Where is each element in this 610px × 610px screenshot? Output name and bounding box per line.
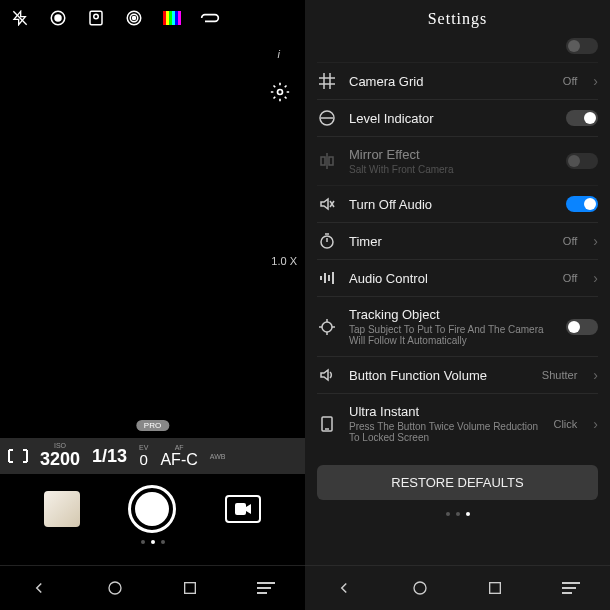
setting-row-button[interactable]: Button Function Volume Shutter › [317,357,598,394]
shutter-button[interactable] [128,485,176,533]
crosshair-icon [317,319,337,335]
restore-defaults-button[interactable]: RESTORE DEFAULTS [317,465,598,500]
mute-icon [317,196,337,212]
setting-row-level[interactable]: Level Indicator [317,100,598,137]
settings-panel: Settings Camera Grid Off › Level Indicat… [305,0,610,610]
pager-dot [161,540,165,544]
af-label: AF [175,444,184,451]
grid-icon [317,73,337,89]
shutter-inner [135,492,169,526]
target-icon[interactable] [48,8,68,28]
timer-value: Off [563,235,577,247]
portrait-icon[interactable] [86,8,106,28]
nav-recent-icon[interactable] [182,580,198,596]
zoom-level[interactable]: 1.0 X [271,255,297,267]
nav-menu-icon[interactable] [257,581,275,595]
pager-dot-active [151,540,155,544]
svg-rect-36 [324,273,326,283]
info-indicator[interactable]: i [278,48,280,60]
svg-rect-11 [172,11,175,25]
setting-row-timer[interactable]: Timer Off › [317,223,598,260]
svg-rect-28 [321,157,325,165]
ultra-value: Click [553,418,577,430]
svg-rect-47 [490,583,501,594]
audio-title: Turn Off Audio [349,197,554,212]
svg-point-39 [322,322,332,332]
android-nav-bar-left [0,565,305,610]
af-block[interactable]: AF AF-C [160,444,197,469]
ev-block[interactable]: EV 0 [139,444,148,468]
timer-title: Timer [349,234,551,249]
chevron-right-icon: › [593,367,598,383]
toggle-audio[interactable] [566,196,598,212]
svg-rect-13 [178,11,181,25]
nav-home-icon[interactable] [107,580,123,596]
iso-label: ISO [54,442,66,449]
setting-row-audioctl[interactable]: Audio Control Off › [317,260,598,297]
nav-back-icon[interactable] [30,579,48,597]
svg-rect-9 [166,11,169,25]
awb-block[interactable]: AWB [210,453,226,460]
svg-rect-10 [169,11,172,25]
svg-point-7 [133,17,136,20]
setting-row-grid[interactable]: Camera Grid Off › [317,63,598,100]
svg-point-16 [109,582,121,594]
level-icon [317,110,337,126]
video-mode-button[interactable] [225,495,261,523]
button-title: Button Function Volume [349,368,530,383]
iso-block[interactable]: ISO 3200 [40,442,80,470]
camera-bottom-controls [0,485,305,533]
settings-title: Settings [305,0,610,34]
settings-list[interactable]: Camera Grid Off › Level Indicator Mirror… [305,34,610,453]
mode-pager-dots [0,540,305,544]
volume-icon [317,367,337,383]
camera-viewfinder-panel: i 1.0 X PRO ISO 3200 1/13 EV 0 AF AF-C A… [0,0,305,610]
svg-point-4 [94,14,99,19]
equalizer-icon [317,270,337,286]
loop-icon[interactable] [200,8,220,28]
gallery-thumbnail[interactable] [44,491,80,527]
svg-rect-29 [329,157,333,165]
settings-gear-icon[interactable] [270,82,290,102]
nav-home-icon[interactable] [412,580,428,596]
flash-off-icon[interactable] [10,8,30,28]
level-title: Level Indicator [349,111,554,126]
toggle-level[interactable] [566,110,598,126]
timer-icon [317,233,337,249]
camera-info-bar: ISO 3200 1/13 EV 0 AF AF-C AWB [0,438,305,474]
svg-rect-15 [235,503,246,515]
mirror-icon [317,153,337,169]
setting-row-mirror: Mirror Effect Salt With Front Camera [317,137,598,186]
iso-value: 3200 [40,449,80,470]
chevron-right-icon: › [593,233,598,249]
toggle-tracking[interactable] [566,319,598,335]
tracking-subtitle: Tap Subject To Put To Fire And The Camer… [349,324,554,346]
ev-label: EV [139,444,148,451]
svg-point-14 [278,90,283,95]
nav-back-icon[interactable] [335,579,353,597]
setting-row-tracking[interactable]: Tracking Object Tap Subject To Put To Fi… [317,297,598,357]
toggle-partial[interactable] [566,38,598,54]
shutter-block[interactable]: 1/13 [92,446,127,467]
svg-rect-12 [175,11,178,25]
setting-row-audio[interactable]: Turn Off Audio [317,186,598,223]
instant-icon [317,416,337,432]
setting-row-partial[interactable] [317,34,598,63]
svg-rect-8 [163,11,166,25]
pager-dot-active [466,512,470,516]
svg-point-46 [414,582,426,594]
android-nav-bar-right [305,565,610,610]
chevron-right-icon: › [593,416,598,432]
chevron-right-icon: › [593,270,598,286]
grid-value: Off [563,75,577,87]
camera-top-toolbar [0,0,305,36]
nav-recent-icon[interactable] [487,580,503,596]
nav-menu-icon[interactable] [562,581,580,595]
color-bars-icon[interactable] [162,8,182,28]
metering-icon[interactable] [8,449,28,463]
pager-dot [456,512,460,516]
settings-pager-dots [305,512,610,516]
aperture-icon[interactable] [124,8,144,28]
pager-dot [141,540,145,544]
setting-row-ultra[interactable]: Ultra Instant Press The Button Twice Vol… [317,394,598,453]
